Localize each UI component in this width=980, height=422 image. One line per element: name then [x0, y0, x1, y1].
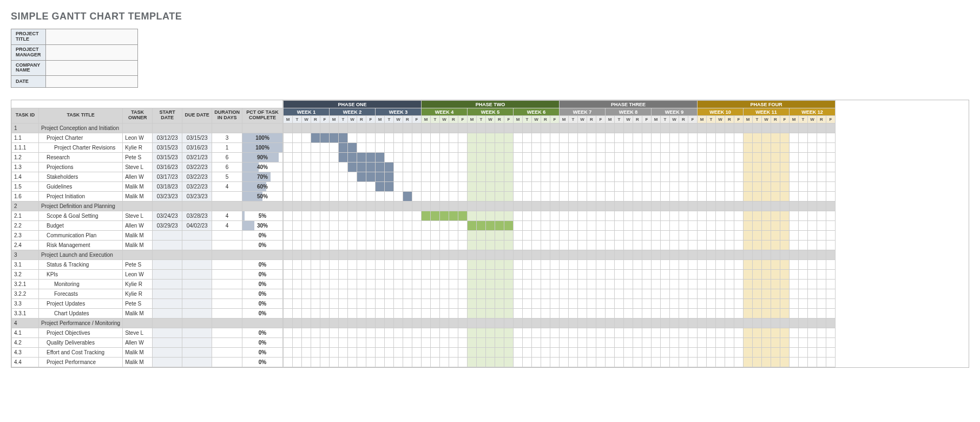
meta-project-title-value[interactable]	[45, 29, 137, 45]
task-row[interactable]: 3Project Launch and Execution	[12, 250, 283, 259]
timeline-cell	[376, 299, 385, 309]
timeline-cell	[495, 182, 504, 192]
timeline-cell	[523, 280, 532, 289]
timeline-cell	[403, 143, 412, 153]
task-duration	[212, 230, 242, 240]
timeline-cell	[339, 358, 348, 367]
task-owner: Malik M	[123, 308, 153, 318]
task-row[interactable]: 3.2.1MonitoringKylie R0%	[12, 279, 283, 289]
task-row[interactable]: 1.5GuidelinesMalik M03/18/2303/22/23460%	[12, 181, 283, 191]
timeline-cell	[725, 153, 734, 163]
task-row[interactable]: 1Project Conception and Initiation	[12, 123, 283, 133]
week-header: WEEK 7	[560, 108, 606, 116]
task-row[interactable]: 4.1Project ObjectivesSteve L0%	[12, 328, 283, 337]
timeline-cell	[532, 280, 541, 289]
timeline-cell	[357, 260, 366, 270]
task-row[interactable]: 2.4Risk ManagementMalik M0%	[12, 240, 283, 250]
task-row[interactable]: 3.2.2ForecastsKylie R0%	[12, 289, 283, 298]
timeline-cell	[311, 328, 320, 338]
timeline-cell	[624, 319, 633, 328]
timeline-cell	[385, 192, 394, 202]
timeline-cell	[293, 309, 302, 319]
timeline-cell	[523, 299, 532, 309]
timeline-cell	[587, 358, 596, 367]
timeline-cell	[826, 289, 836, 299]
timeline-cell	[716, 319, 725, 328]
task-row[interactable]: 2.2BudgetAllen W03/29/2304/02/23430%	[12, 220, 283, 230]
timeline-cell	[431, 211, 440, 221]
meta-company-name-value[interactable]	[45, 60, 137, 76]
task-row[interactable]: 2.3Communication PlanMalik M0%	[12, 230, 283, 240]
header-task-owner: TASK OWNER	[123, 108, 153, 123]
timeline-cell	[394, 172, 403, 182]
task-row[interactable]: 4.3Effort and Cost TrackingMalik M0%	[12, 347, 283, 357]
timeline-cell	[587, 289, 596, 299]
task-duration: 4	[212, 181, 242, 191]
task-row[interactable]: 4.2Quality DeliverablesAllen W0%	[12, 337, 283, 347]
timeline-cell	[440, 124, 449, 133]
timeline-cell	[790, 309, 799, 319]
timeline-cell	[449, 182, 458, 192]
timeline-cell	[707, 182, 716, 192]
timeline-cell	[771, 133, 780, 143]
task-title: Effort and Cost Tracking	[39, 347, 123, 357]
task-row[interactable]: 4Project Performance / Monitoring	[12, 318, 283, 328]
timeline-cell	[661, 280, 670, 289]
day-header: T	[339, 116, 348, 124]
timeline-cell	[532, 358, 541, 367]
timeline-cell	[780, 348, 790, 358]
timeline-cell	[633, 124, 642, 133]
timeline-cell	[753, 309, 762, 319]
day-header: W	[348, 116, 357, 124]
timeline-cell	[320, 299, 330, 309]
task-row[interactable]: 1.6Project InitiationMalik M03/23/2303/2…	[12, 191, 283, 201]
task-row[interactable]: 1.3ProjectionsSteve L03/16/2303/22/23640…	[12, 162, 283, 172]
timeline-cell	[744, 241, 753, 250]
task-row[interactable]: 3.3Project UpdatesPete S0%	[12, 298, 283, 308]
timeline-cell	[339, 133, 348, 143]
timeline-cell	[661, 221, 670, 231]
timeline-cell	[808, 182, 817, 192]
meta-date-value[interactable]	[45, 76, 137, 88]
timeline-cell	[357, 202, 366, 211]
task-row[interactable]: 1.1.1Project Charter RevisionsKylie R03/…	[12, 142, 283, 152]
timeline-cell	[422, 202, 431, 211]
task-row[interactable]: 1.4StakeholdersAllen W03/17/2303/22/2357…	[12, 172, 283, 181]
meta-project-manager-value[interactable]	[45, 44, 137, 60]
timeline-cell	[670, 250, 679, 260]
task-row[interactable]: 3.2KPIsLeon W0%	[12, 269, 283, 279]
timeline-cell	[587, 163, 596, 172]
task-row[interactable]: 4.4Project PerformanceMalik M0%	[12, 357, 283, 367]
timeline-cell	[633, 338, 642, 348]
timeline-cell	[826, 260, 836, 270]
task-row[interactable]: 1.2ResearchPete S03/15/2303/21/23690%	[12, 152, 283, 162]
timeline-cell	[698, 231, 707, 241]
task-row[interactable]: 1.1Project CharterLeon W03/12/2303/15/23…	[12, 133, 283, 142]
phase-header: PHASE THREE	[560, 101, 698, 108]
timeline-cell	[330, 280, 339, 289]
task-row[interactable]: 3.3.1Chart UpdatesMalik M0%	[12, 308, 283, 318]
timeline-cell	[403, 133, 412, 143]
header-start-date: START DATE	[153, 108, 182, 123]
task-row[interactable]: 3.1Status & TrackingPete S0%	[12, 259, 283, 269]
timeline-cell	[357, 153, 366, 163]
task-id: 2.4	[12, 240, 39, 250]
task-owner: Malik M	[123, 230, 153, 240]
timeline-cell	[532, 270, 541, 280]
week-header: WEEK 6	[514, 108, 560, 116]
timeline-cell	[734, 163, 744, 172]
task-row[interactable]: 2.1Scope & Goal SettingSteve L03/24/2303…	[12, 211, 283, 220]
task-title: Scope & Goal Setting	[39, 211, 123, 220]
timeline-cell	[817, 143, 826, 153]
timeline-cell	[495, 143, 504, 153]
timeline-cell	[504, 153, 514, 163]
timeline-cell	[412, 328, 422, 338]
timeline-cell	[808, 124, 817, 133]
timeline-cell	[403, 358, 412, 367]
task-owner: Allen W	[123, 172, 153, 181]
timeline-cell	[569, 299, 578, 309]
timeline-cell	[449, 319, 458, 328]
day-header: R	[357, 116, 366, 124]
task-row[interactable]: 2Project Definition and Planning	[12, 201, 283, 211]
timeline-cell	[550, 221, 560, 231]
